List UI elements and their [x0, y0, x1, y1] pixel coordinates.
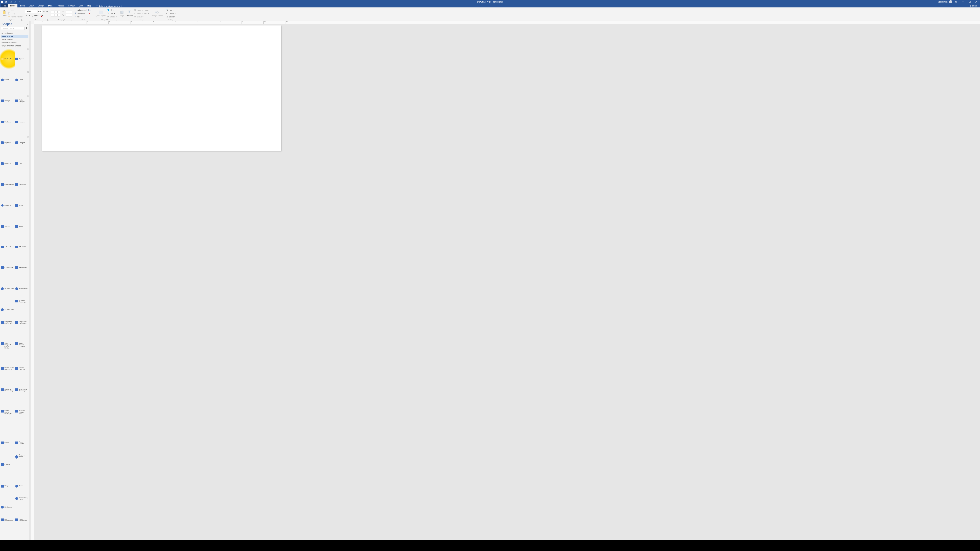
redo-icon[interactable]	[14, 0, 16, 3]
align-center-button[interactable]	[54, 11, 57, 13]
align-button[interactable]: Align	[119, 10, 125, 17]
paste-icon	[2, 10, 6, 14]
tab-home[interactable]: Home	[8, 4, 18, 8]
paste-button[interactable]: Paste	[1, 10, 7, 17]
document-title: Drawing2 - Visio Professional	[477, 1, 503, 3]
font-dialog-launcher[interactable]	[48, 19, 49, 21]
user-name[interactable]: Vadik Mikh	[938, 1, 947, 3]
group-tools: ➤Pointer Tool Connector AText ▾ ✕ Tools	[73, 8, 94, 21]
svg-rect-13	[3, 10, 5, 11]
align-bottom-button[interactable]	[57, 14, 60, 16]
tell-me-search[interactable]: Tell me what you want to do	[96, 5, 123, 8]
grow-font-button[interactable]: A▴	[43, 10, 46, 13]
layers-icon: ≡	[166, 12, 168, 14]
group-shape-styles: Quick Styles 🪣Fill▾ ✎Line▾ ◑Effects▾ Sha…	[94, 8, 118, 21]
quick-styles-icon	[99, 10, 103, 14]
svg-line-10	[970, 5, 971, 6]
position-button[interactable]: Position	[126, 10, 134, 17]
connector-icon	[75, 12, 76, 14]
select-button[interactable]: ⬚Select▾	[166, 15, 176, 18]
close-icon[interactable]	[974, 0, 979, 3]
ltr-button[interactable]	[69, 14, 72, 16]
delete-connector-button[interactable]: ✕	[88, 12, 92, 15]
layers-button[interactable]: ≡Layers▾	[166, 12, 176, 15]
app-icon	[1, 1, 3, 3]
titlebar: ▾ Drawing2 - Visio Professional Vadik Mi…	[0, 0, 980, 3]
group-editing: 🔍Find▾ ≡Layers▾ ⬚Select▾ Editing	[165, 8, 177, 21]
tab-data[interactable]: Data	[46, 4, 54, 8]
line-button[interactable]: ✎Line▾	[107, 12, 117, 15]
save-icon[interactable]	[5, 0, 8, 3]
svg-rect-14	[8, 13, 10, 14]
qat-customize-icon[interactable]: ▾	[18, 0, 21, 3]
font-name-combo[interactable]	[25, 10, 37, 13]
copy-button[interactable]: Copy	[8, 12, 22, 15]
cut-button[interactable]: ✂Cut	[8, 9, 22, 11]
fill-button[interactable]: 🪣Fill▾	[107, 9, 117, 11]
ribbon-display-icon[interactable]	[954, 0, 959, 3]
quick-styles-button[interactable]: Quick Styles	[95, 10, 107, 17]
ribbon-tabs: File HomeInsertDrawDesignDataProcessRevi…	[0, 3, 980, 8]
svg-rect-19	[99, 11, 102, 14]
user-avatar[interactable]	[949, 0, 952, 3]
group-button[interactable]: ⊞Group▾	[134, 15, 150, 18]
pen-icon: ✎	[107, 12, 109, 14]
text-tool-button[interactable]: AText	[75, 15, 86, 18]
align-top-button[interactable]	[51, 14, 54, 16]
shrink-font-button[interactable]: A▾	[46, 10, 49, 13]
clipboard-dialog-launcher[interactable]	[21, 19, 23, 21]
undo-icon[interactable]	[9, 0, 12, 3]
decrease-indent-button[interactable]	[66, 11, 69, 13]
rectangle-tool-button[interactable]: ▾	[88, 9, 92, 11]
text-icon: A	[75, 16, 76, 18]
svg-rect-12	[3, 11, 5, 14]
tab-design[interactable]: Design	[36, 4, 46, 8]
tab-draw[interactable]: Draw	[27, 4, 35, 8]
connector-tool-button[interactable]: Connector	[75, 12, 86, 15]
svg-rect-15	[9, 12, 10, 14]
svg-point-25	[157, 11, 159, 13]
minimize-icon[interactable]	[960, 0, 966, 3]
change-shape-button[interactable]: Change Shape	[150, 10, 164, 17]
svg-rect-16	[8, 16, 10, 17]
tab-insert[interactable]: Insert	[18, 4, 27, 8]
group-arrange: Align Position ▣Bring to Front▾ ▢Send to…	[118, 8, 165, 21]
svg-rect-1	[6, 1, 7, 2]
paragraph-dialog-launcher[interactable]	[71, 19, 72, 21]
tab-view[interactable]: View	[77, 4, 85, 8]
font-color-button[interactable]: A▾	[41, 14, 43, 17]
pointer-tool-button[interactable]: ➤Pointer Tool	[75, 9, 86, 11]
svg-rect-24	[155, 11, 157, 13]
group-font: A▴ A▾ B I U abc Aa▾ A▾ Font	[24, 8, 50, 21]
tab-process[interactable]: Process	[55, 4, 66, 8]
svg-line-11	[970, 6, 971, 6]
format-painter-button[interactable]: Format Painter	[8, 15, 22, 18]
increase-indent-button[interactable]	[69, 11, 72, 13]
rtl-button[interactable]	[66, 14, 69, 16]
underline-button[interactable]: U	[31, 14, 34, 17]
maximize-icon[interactable]	[967, 0, 972, 3]
svg-rect-17	[9, 17, 9, 17]
bullets-button[interactable]: •≡	[62, 11, 65, 13]
strike-button[interactable]: abc	[35, 14, 37, 17]
align-right-button[interactable]	[57, 11, 60, 13]
align-left-button[interactable]	[51, 11, 54, 13]
tab-file[interactable]: File	[1, 4, 8, 8]
italic-button[interactable]: I	[28, 14, 31, 17]
shape-styles-dialog-launcher[interactable]	[116, 19, 117, 21]
font-case-button[interactable]: Aa▾	[38, 14, 40, 17]
bold-button[interactable]: B	[25, 14, 28, 17]
find-button[interactable]: 🔍Find▾	[166, 9, 176, 11]
back-icon: ▢	[134, 12, 137, 14]
svg-rect-20	[121, 11, 122, 14]
share-button[interactable]: Share	[966, 4, 980, 8]
bring-front-button[interactable]: ▣Bring to Front▾	[134, 9, 150, 11]
tab-review[interactable]: Review	[66, 4, 76, 8]
send-back-button[interactable]: ▢Send to Back▾	[134, 12, 150, 15]
text-direction-button[interactable]: A↕	[62, 14, 65, 16]
font-size-combo[interactable]	[37, 10, 42, 13]
tab-help[interactable]: Help	[86, 4, 94, 8]
effects-button[interactable]: ◑Effects▾	[107, 15, 117, 18]
group-clipboard: Paste ✂Cut Copy Format Painter Clipboard	[0, 8, 24, 21]
align-middle-button[interactable]	[54, 14, 57, 16]
